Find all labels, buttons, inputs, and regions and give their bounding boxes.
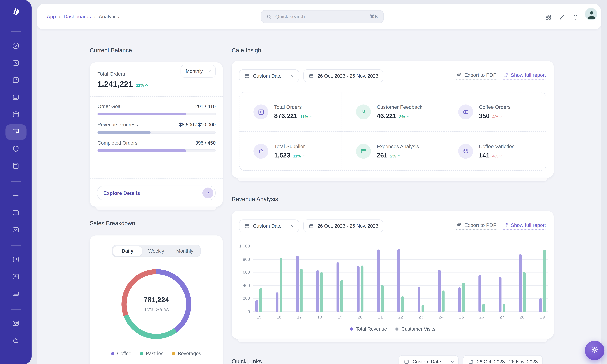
revenue-date-range-button[interactable]: 26 Oct, 2023 - 26 Nov, 2023 xyxy=(303,220,383,233)
bar-customer-visits[interactable] xyxy=(381,285,384,312)
current-balance-card: Total Orders 1,241,221 11% Monthly Order… xyxy=(90,62,223,207)
bar-group-19[interactable] xyxy=(337,246,343,312)
tab-monthly[interactable]: Monthly xyxy=(171,246,199,256)
apps-grid-icon[interactable] xyxy=(545,14,552,21)
cafe-date-preset-select[interactable]: Custom Date xyxy=(239,69,299,82)
breadcrumb-dashboards[interactable]: Dashboards xyxy=(64,14,91,20)
brand-logo-icon[interactable] xyxy=(10,5,22,17)
bar-group-25[interactable] xyxy=(458,246,465,312)
cafe-date-range-button[interactable]: 26 Oct, 2023 - 26 Nov, 2023 xyxy=(303,69,383,82)
bar-group-20[interactable] xyxy=(357,246,364,312)
bar-customer-visits[interactable] xyxy=(442,290,445,312)
sidebar-item-kanban[interactable] xyxy=(5,75,26,86)
explore-details-button[interactable]: Explore Details xyxy=(97,185,216,200)
bar-customer-visits[interactable] xyxy=(341,280,343,312)
show-full-report-link[interactable]: Show full report xyxy=(502,222,546,230)
bar-customer-visits[interactable] xyxy=(523,272,526,312)
bar-customer-visits[interactable] xyxy=(543,250,546,312)
sidebar-item-monitor[interactable] xyxy=(5,124,26,140)
sidebar xyxy=(0,0,31,364)
bar-total-revenue[interactable] xyxy=(255,300,258,312)
sidebar-item-shield[interactable] xyxy=(5,143,26,155)
sidebar-item-activity[interactable] xyxy=(5,58,26,69)
show-full-report-link[interactable]: Show full report xyxy=(502,72,546,79)
fullscreen-icon[interactable] xyxy=(558,14,565,21)
bar-total-revenue[interactable] xyxy=(458,287,461,312)
sidebar-item-database[interactable] xyxy=(5,109,26,121)
bar-total-revenue[interactable] xyxy=(316,270,319,312)
quick-links-controls: Custom Date 26 Oct, 2023 - 26 Nov, 2023 xyxy=(398,355,543,364)
bar-total-revenue[interactable] xyxy=(519,254,522,312)
revenue-date-preset-select[interactable]: Custom Date xyxy=(239,220,299,233)
sidebar-item-activity[interactable] xyxy=(5,271,26,283)
tab-daily[interactable]: Daily xyxy=(113,246,142,256)
bar-customer-visits[interactable] xyxy=(320,272,323,312)
sidebar-item-card-wave[interactable] xyxy=(5,225,26,236)
breadcrumb-app[interactable]: App xyxy=(47,14,56,20)
bar-customer-visits[interactable] xyxy=(462,283,465,312)
bar-customer-visits[interactable] xyxy=(361,265,363,312)
bar-total-revenue[interactable] xyxy=(296,256,299,312)
bar-total-revenue[interactable] xyxy=(276,292,278,312)
user-avatar[interactable] xyxy=(585,8,597,20)
sidebar-item-list[interactable] xyxy=(5,190,26,202)
sidebar-item-notebook[interactable] xyxy=(5,92,26,104)
quicklinks-date-preset-select[interactable]: Custom Date xyxy=(398,355,459,364)
bar-group-28[interactable] xyxy=(519,246,526,312)
bar-group-29[interactable] xyxy=(539,246,546,312)
bar-customer-visits[interactable] xyxy=(502,304,505,312)
sidebar-item-gauge[interactable] xyxy=(5,41,26,52)
bar-group-15[interactable] xyxy=(255,246,262,312)
bar-customer-visits[interactable] xyxy=(422,305,424,312)
bar-total-revenue[interactable] xyxy=(499,277,501,312)
sidebar-item-basket[interactable] xyxy=(5,335,26,347)
settings-fab-button[interactable] xyxy=(585,341,605,360)
search-input[interactable]: Quick search... ⌘K xyxy=(261,10,384,23)
bar-total-revenue[interactable] xyxy=(397,249,400,312)
sidebar-item-card-list[interactable] xyxy=(5,208,26,219)
x-tick-label: 20 xyxy=(357,314,364,319)
sidebar-item-calculator[interactable] xyxy=(5,161,26,172)
export-pdf-link[interactable]: Export to PDF xyxy=(456,222,496,230)
period-select[interactable]: Monthly xyxy=(181,65,215,78)
bar-customer-visits[interactable] xyxy=(300,269,303,312)
sidebar-item-kanban[interactable] xyxy=(5,254,26,266)
bar-group-16[interactable] xyxy=(276,246,282,312)
bar-customer-visits[interactable] xyxy=(401,296,404,312)
bell-icon[interactable] xyxy=(572,14,579,21)
progress-track xyxy=(98,131,216,134)
bar-total-revenue[interactable] xyxy=(539,298,542,312)
bar-total-revenue[interactable] xyxy=(418,286,420,312)
bar-group-22[interactable] xyxy=(397,246,404,312)
calendar-icon xyxy=(468,359,474,364)
bar-customer-visits[interactable] xyxy=(259,288,262,312)
bar-group-21[interactable] xyxy=(377,246,384,312)
bar-group-17[interactable] xyxy=(296,246,303,312)
sidebar-item-id-card[interactable] xyxy=(5,318,26,330)
tab-weekly[interactable]: Weekly xyxy=(142,246,171,256)
cafe-insight-title: Cafe Insight xyxy=(232,47,263,53)
person-icon xyxy=(356,104,371,119)
bar-total-revenue[interactable] xyxy=(377,250,380,312)
quicklinks-date-range-button[interactable]: 26 Oct, 2023 - 26 Nov, 2023 xyxy=(463,355,543,364)
bar-total-revenue[interactable] xyxy=(357,266,360,312)
calendar-icon xyxy=(308,73,314,79)
legend-label: Customer Visits xyxy=(401,326,435,332)
bar-group-18[interactable] xyxy=(316,246,323,312)
bar-total-revenue[interactable] xyxy=(337,262,339,312)
total-orders-value: 1,241,221 xyxy=(98,79,133,88)
sidebar-item-keyboard[interactable] xyxy=(5,288,26,300)
bar-total-revenue[interactable] xyxy=(438,270,441,312)
stat-label: Total Supplier xyxy=(274,143,305,149)
bar-group-26[interactable] xyxy=(478,246,485,312)
bar-total-revenue[interactable] xyxy=(478,275,481,312)
bar-group-24[interactable] xyxy=(438,246,445,312)
bar-customer-visits[interactable] xyxy=(482,304,485,312)
x-tick-label: 15 xyxy=(255,314,263,319)
bar-group-27[interactable] xyxy=(499,246,505,312)
sidebar-divider xyxy=(11,245,21,246)
export-pdf-link[interactable]: Export to PDF xyxy=(456,72,496,79)
bar-group-23[interactable] xyxy=(418,246,424,312)
bar-customer-visits[interactable] xyxy=(280,258,282,312)
stat-text: Total Supplier1,52311% xyxy=(274,143,305,159)
